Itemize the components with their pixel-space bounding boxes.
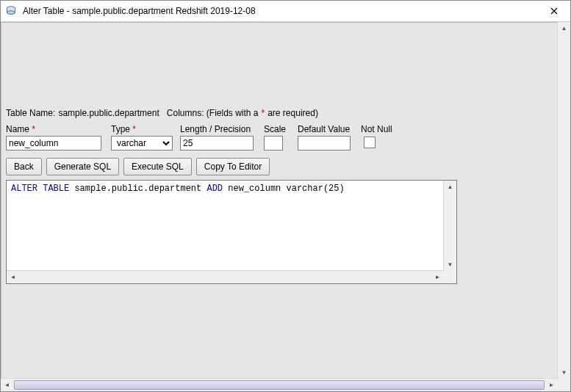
scale-label: Scale bbox=[264, 124, 286, 134]
length-label: Length / Precision bbox=[180, 124, 251, 134]
sql-vscroll-track[interactable] bbox=[444, 193, 456, 258]
chevron-down-icon[interactable]: ▼ bbox=[558, 366, 570, 379]
chevron-down-icon[interactable]: ▼ bbox=[444, 258, 456, 271]
outer-hscroll[interactable]: ◄ ► bbox=[1, 378, 558, 391]
button-row: Back Generate SQL Execute SQL Copy To Ed… bbox=[6, 158, 553, 175]
client-area: Table Name: sample.public.department Col… bbox=[1, 22, 558, 379]
sql-hscroll-track[interactable] bbox=[19, 271, 431, 283]
chevron-left-icon[interactable]: ◄ bbox=[1, 379, 13, 391]
sql-hscroll[interactable]: ◄ ► bbox=[7, 270, 444, 283]
table-name-value: sample.public.department bbox=[58, 108, 159, 118]
type-select[interactable]: varchar bbox=[111, 136, 173, 150]
chevron-left-icon[interactable]: ◄ bbox=[7, 271, 19, 283]
window: Alter Table - sample.public.department R… bbox=[0, 0, 571, 392]
info-row: Table Name: sample.public.department Col… bbox=[6, 108, 553, 118]
length-input[interactable] bbox=[180, 136, 254, 150]
scale-input[interactable] bbox=[264, 136, 283, 150]
chevron-right-icon[interactable]: ► bbox=[431, 271, 444, 283]
svg-point-1 bbox=[7, 11, 15, 14]
chevron-up-icon[interactable]: ▲ bbox=[444, 181, 456, 193]
outer-vscroll[interactable]: ▲ ▼ bbox=[557, 22, 570, 379]
outer-hscroll-thumb[interactable] bbox=[14, 380, 545, 390]
form: Table Name: sample.public.department Col… bbox=[6, 27, 553, 284]
notnull-label: Not Null bbox=[361, 124, 392, 134]
type-required: * bbox=[132, 124, 136, 134]
columns-label: Columns: (Fields with a bbox=[167, 108, 259, 118]
columns-label-tail: are required) bbox=[267, 108, 318, 118]
sql-kw-alter: ALTER TABLE bbox=[11, 184, 69, 194]
sql-table: sample.public.department bbox=[74, 184, 201, 194]
default-input[interactable] bbox=[298, 136, 351, 150]
notnull-checkbox[interactable] bbox=[364, 137, 376, 148]
body: Table Name: sample.public.department Col… bbox=[1, 22, 570, 391]
generate-sql-button[interactable]: Generate SQL bbox=[46, 158, 119, 175]
execute-sql-button[interactable]: Execute SQL bbox=[123, 158, 192, 175]
close-button[interactable] bbox=[538, 1, 570, 21]
name-input[interactable] bbox=[6, 136, 101, 150]
sql-scroll-corner bbox=[444, 271, 456, 283]
titlebar: Alter Table - sample.public.department R… bbox=[1, 1, 570, 22]
field-labels-row: Name * Type * Length / Precision Scale D bbox=[6, 124, 553, 134]
window-title: Alter Table - sample.public.department R… bbox=[23, 6, 538, 16]
chevron-up-icon[interactable]: ▲ bbox=[558, 22, 570, 35]
outer-hscroll-track[interactable] bbox=[13, 379, 545, 391]
type-label: Type bbox=[111, 124, 130, 134]
chevron-right-icon[interactable]: ► bbox=[545, 379, 558, 391]
sql-content: ALTER TABLE sample.public.department ADD… bbox=[7, 181, 444, 271]
default-label: Default Value bbox=[298, 124, 350, 134]
required-mark: * bbox=[262, 108, 265, 118]
name-label: Name bbox=[6, 124, 29, 134]
sql-vscroll[interactable]: ▲ ▼ bbox=[443, 181, 456, 271]
field-inputs-row: varchar bbox=[6, 136, 553, 150]
back-button[interactable]: Back bbox=[6, 158, 42, 175]
outer-scroll-corner bbox=[558, 379, 570, 391]
database-icon bbox=[4, 4, 18, 18]
sql-textarea[interactable]: ALTER TABLE sample.public.department ADD… bbox=[6, 180, 457, 284]
table-name-label: Table Name: bbox=[6, 108, 55, 118]
sql-rest: new_column varchar(25) bbox=[228, 184, 344, 194]
copy-to-editor-button[interactable]: Copy To Editor bbox=[196, 158, 270, 175]
sql-kw-add: ADD bbox=[207, 184, 223, 194]
name-required: * bbox=[32, 124, 35, 134]
